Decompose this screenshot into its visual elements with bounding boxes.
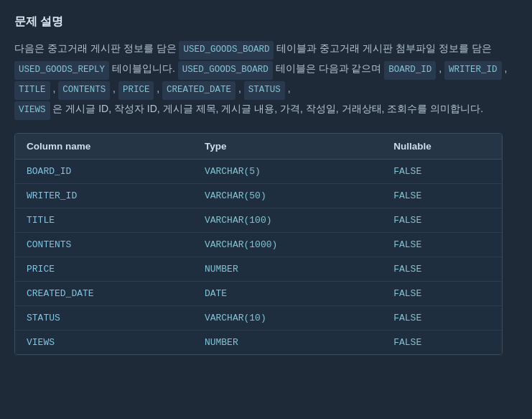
cell-column-name: TITLE	[15, 208, 193, 232]
code-used-goods-reply: USED_GOODS_REPLY	[14, 61, 109, 80]
code-contents: CONTENTS	[58, 81, 110, 100]
cell-nullable: FALSE	[382, 281, 502, 305]
data-table: Column name Type Nullable BOARD_IDVARCHA…	[14, 133, 503, 355]
cell-nullable: FALSE	[382, 330, 502, 354]
cell-column-name: VIEWS	[15, 330, 193, 354]
cell-nullable: FALSE	[382, 257, 502, 281]
code-price: PRICE	[118, 81, 154, 100]
cell-column-name: BOARD_ID	[15, 159, 193, 183]
code-used-goods-board-2: USED_GOODS_BOARD	[178, 61, 273, 80]
cell-nullable: FALSE	[382, 159, 502, 183]
cell-column-name: PRICE	[15, 257, 193, 281]
table-row: WRITER_IDVARCHAR(50)FALSE	[15, 183, 502, 208]
cell-column-name: CREATED_DATE	[15, 281, 193, 305]
cell-nullable: FALSE	[382, 208, 502, 232]
table-row: VIEWSNUMBERFALSE	[15, 330, 502, 354]
cell-column-name: CONTENTS	[15, 232, 193, 257]
cell-nullable: FALSE	[382, 183, 502, 208]
table-row: PRICENUMBERFALSE	[15, 257, 502, 281]
code-writer-id: WRITER_ID	[444, 61, 502, 80]
code-created-date: CREATED_DATE	[162, 81, 235, 100]
cell-nullable: FALSE	[382, 232, 502, 257]
col-header-type: Type	[193, 134, 382, 160]
cell-type: VARCHAR(5)	[193, 159, 382, 183]
cell-column-name: WRITER_ID	[15, 183, 193, 208]
table-header-row: Column name Type Nullable	[15, 134, 502, 160]
table-row: CREATED_DATEDATEFALSE	[15, 281, 502, 305]
code-views: VIEWS	[14, 101, 50, 120]
page-title: 문제 설명	[14, 14, 518, 29]
cell-type: NUMBER	[193, 257, 382, 281]
col-header-column-name: Column name	[15, 134, 193, 160]
code-used-goods-board: USED_GOODS_BOARD	[179, 41, 274, 60]
description: 다음은 중고거래 게시판 정보를 담은 USED_GOODS_BOARD 테이블…	[14, 40, 518, 120]
table-row: TITLEVARCHAR(100)FALSE	[15, 208, 502, 232]
cell-type: VARCHAR(50)	[193, 183, 382, 208]
table-row: BOARD_IDVARCHAR(5)FALSE	[15, 159, 502, 183]
cell-nullable: FALSE	[382, 305, 502, 330]
cell-type: VARCHAR(10)	[193, 305, 382, 330]
cell-type: NUMBER	[193, 330, 382, 354]
page-container: 문제 설명 다음은 중고거래 게시판 정보를 담은 USED_GOODS_BOA…	[14, 14, 518, 355]
code-board-id: BOARD_ID	[384, 61, 436, 80]
cell-type: VARCHAR(1000)	[193, 232, 382, 257]
table-row: CONTENTSVARCHAR(1000)FALSE	[15, 232, 502, 257]
cell-type: DATE	[193, 281, 382, 305]
col-header-nullable: Nullable	[382, 134, 502, 160]
code-status: STATUS	[244, 81, 285, 100]
code-title: TITLE	[14, 81, 50, 100]
cell-type: VARCHAR(100)	[193, 208, 382, 232]
table-row: STATUSVARCHAR(10)FALSE	[15, 305, 502, 330]
cell-column-name: STATUS	[15, 305, 193, 330]
